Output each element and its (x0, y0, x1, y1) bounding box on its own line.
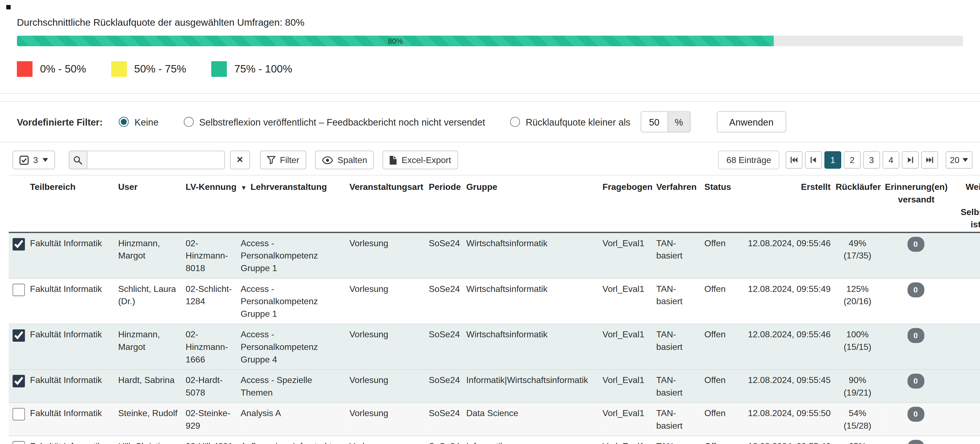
radio-ruecklaufquote-label[interactable]: Rücklaufquote kleiner als (526, 117, 630, 127)
cell-status: Offen (705, 278, 742, 324)
response-rate-progressbar: 80% (17, 36, 963, 46)
filter-option-none[interactable]: Keine (119, 117, 159, 127)
col-header-clipped[interactable]: Wei Selbs ist (952, 175, 980, 233)
cell-gruppe: Wirtschaftsinformatik (466, 233, 603, 279)
cell-gruppe: Wirtschaftsinformatik (466, 324, 603, 369)
cell-clipped (952, 324, 980, 369)
col-header-verfahren[interactable]: Verfahren (656, 175, 705, 233)
col-header-fragebogen[interactable]: Fragebogen (603, 175, 656, 233)
reminder-count-badge: 0 (907, 328, 924, 343)
page-number-button[interactable]: 1 (824, 151, 841, 169)
row-checkbox[interactable] (13, 284, 25, 296)
eye-icon (322, 156, 333, 164)
cell-teilbereich: Fakultät Informatik (30, 233, 118, 279)
radio-none[interactable] (119, 117, 129, 127)
col-header-gruppe[interactable]: Gruppe (466, 175, 603, 233)
cell-user: Hill, Christine (Prof. Dr.) (118, 436, 186, 444)
threshold-input[interactable] (640, 111, 668, 133)
col-header-veranstaltungsart[interactable]: Veranstaltungsart (350, 175, 429, 233)
cell-status: Offen (705, 436, 742, 444)
previous-page-icon (810, 156, 817, 163)
cell-verfahren: TAN-basiert (656, 324, 705, 369)
row-checkbox[interactable] (13, 408, 25, 420)
filter-option-selbstreflexion[interactable]: Selbstreflexion veröffentlicht – Feedbac… (184, 117, 485, 127)
col-header-erinnerungen[interactable]: Erinnerung(en) versandt (885, 175, 952, 233)
col-header-lehrveranstaltung[interactable]: ▼Lehrveranstaltung (240, 175, 349, 233)
cell-clipped (952, 369, 980, 403)
page: Durchschnittliche Rücklaufquote der ausg… (0, 0, 980, 444)
page-size-button[interactable]: 20 (945, 151, 972, 169)
filter-panel: Vordefinierte Filter: Keine Selbstreflex… (0, 101, 980, 143)
first-page-button[interactable] (786, 151, 803, 169)
selection-dropdown-button[interactable]: 3 (13, 151, 55, 169)
cell-teilbereich: Fakultät Informatik (30, 324, 118, 369)
cell-ruecklaeufer: 100% (15/15) (835, 324, 884, 369)
table-row: Fakultät Informatik Hinzmann, Margot 02-… (9, 324, 980, 369)
page-number-button[interactable]: 4 (883, 151, 900, 169)
radio-selbstreflexion-label[interactable]: Selbstreflexion veröffentlicht – Feedbac… (199, 117, 485, 127)
table-row: Fakultät Informatik Steinke, Rudolf 02-S… (9, 403, 980, 436)
cell-periode: SoSe24 (429, 233, 466, 279)
radio-none-label[interactable]: Keine (135, 117, 159, 127)
search-input[interactable] (87, 151, 225, 169)
reminder-count-badge: 0 (907, 237, 924, 252)
page-number-button[interactable]: 3 (863, 151, 880, 169)
apply-button[interactable]: Anwenden (717, 111, 786, 133)
filter-button[interactable]: Filter (260, 151, 306, 169)
row-checkbox[interactable] (13, 375, 25, 387)
file-icon (390, 155, 397, 165)
columns-button[interactable]: Spalten (315, 151, 374, 169)
cell-status: Offen (705, 233, 742, 279)
cell-teilbereich: Fakultät Informatik (30, 403, 118, 436)
cell-clipped (952, 233, 980, 279)
cell-lv-kennung: 02-Steinke-929 (186, 403, 240, 436)
col-header-user[interactable]: User (118, 175, 186, 233)
previous-page-button[interactable] (805, 151, 822, 169)
cell-user: Steinke, Rudolf (118, 403, 186, 436)
col-header-select (9, 175, 30, 233)
cell-select (9, 403, 30, 436)
col-header-periode[interactable]: Periode (429, 175, 466, 233)
row-checkbox[interactable] (13, 329, 25, 342)
row-checkbox[interactable] (13, 238, 25, 251)
results-table: Teilbereich User LV-Kennung ▼Lehrveranst… (9, 175, 980, 444)
cell-ruecklaeufer: 54% (15/28) (835, 403, 884, 436)
clear-search-button[interactable]: × (230, 151, 250, 169)
cell-clipped (952, 436, 980, 444)
page-number-button[interactable]: 2 (844, 151, 861, 169)
last-page-button[interactable] (921, 151, 938, 169)
cell-fragebogen: Vorl_Eval1 (603, 324, 656, 369)
cell-fragebogen: Vorl_Eval1 (603, 233, 656, 279)
legend-item: 0% - 50% (17, 61, 86, 77)
first-page-icon (790, 156, 798, 163)
radio-selbstreflexion[interactable] (184, 117, 194, 127)
col-header-erstellt[interactable]: Erstellt (742, 175, 836, 233)
legend-label: 0% - 50% (40, 63, 86, 76)
sort-desc-icon: ▼ (240, 184, 247, 191)
filter-option-ruecklaufquote[interactable]: Rücklaufquote kleiner als (510, 117, 630, 127)
col-header-status[interactable]: Status (705, 175, 742, 233)
table-row: Fakultät Informatik Hill, Christine (Pro… (9, 436, 980, 444)
col-header-teilbereich[interactable]: Teilbereich (30, 175, 118, 233)
cell-fragebogen: Vorl_Eval1 (603, 278, 656, 324)
search-icon (69, 151, 88, 169)
excel-export-button[interactable]: Excel-Export (383, 151, 458, 169)
cell-status: Offen (705, 324, 742, 369)
next-page-button[interactable] (902, 151, 919, 169)
cell-status: Offen (705, 369, 742, 403)
cell-periode: SoSe24 (429, 278, 466, 324)
cell-user: Hardt, Sabrina (118, 369, 186, 403)
radio-ruecklaufquote[interactable] (510, 117, 520, 127)
legend-item: 75% - 100% (211, 61, 292, 77)
cell-veranstaltungsart: Vorlesung (350, 369, 429, 403)
page-list: 1234 (824, 151, 899, 169)
chevron-down-icon (963, 158, 968, 162)
cell-fragebogen: Vorl_Eval1 (603, 403, 656, 436)
cell-verfahren: TAN-basiert (656, 403, 705, 436)
predefined-filter-caption: Vordefinierte Filter: (17, 117, 103, 127)
cell-erstellt: 12.08.2024, 09:55:46 (742, 233, 836, 279)
legend-swatch (211, 61, 227, 77)
row-checkbox[interactable] (13, 441, 25, 444)
col-header-lv-kennung[interactable]: LV-Kennung (186, 175, 240, 233)
col-header-ruecklaeufer[interactable]: Rückläufer (835, 175, 884, 233)
